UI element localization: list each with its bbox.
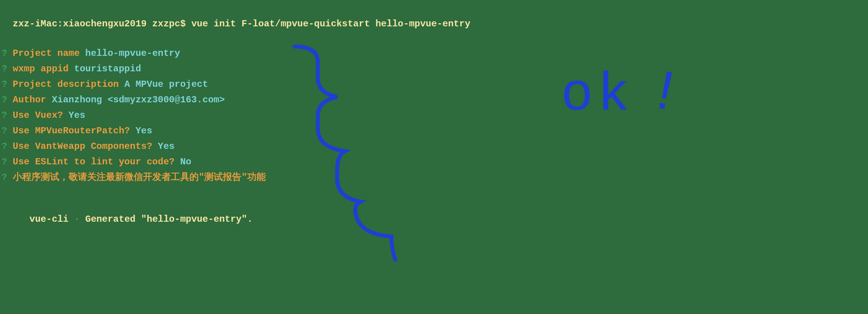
qa-line: ? Use Vuex? Yes: [2, 109, 866, 122]
annotation-ok-text: ok!: [562, 50, 681, 132]
answer-value: Xianzhong <sdmyzxz3000@163.com>: [52, 95, 225, 105]
question-mark: ?: [2, 110, 13, 121]
shell-prompt: zxz-iMac:xiaochengxu2019 zxzpc$: [13, 19, 191, 29]
qa-line: ? Author Xianzhong <sdmyzxz3000@163.com>: [2, 93, 866, 107]
answer-value: Yes: [158, 141, 174, 152]
question-label: Project name: [13, 48, 80, 59]
question-mark: ?: [2, 95, 13, 105]
qa-line: ? Project name hello-mpvue-entry: [2, 47, 866, 60]
footer-prefix: vue-cli: [13, 214, 69, 224]
question-label: Project description: [13, 79, 119, 90]
ok-word: ok: [562, 60, 635, 121]
qa-line: ? Use VantWeapp Components? Yes: [2, 140, 866, 154]
answer-value: Yes: [136, 126, 152, 136]
footer-bullet: ·: [69, 214, 85, 224]
question-mark: ?: [2, 141, 13, 152]
question-label: wxmp appid: [13, 64, 69, 74]
qa-line: ? Use ESLint to lint your code? No: [2, 155, 866, 169]
answer-value: No: [180, 157, 191, 167]
question-mark: ?: [2, 126, 13, 136]
question-label: Use VantWeapp Components?: [13, 141, 152, 152]
command-text: vue init F-loat/mpvue-quickstart hello-m…: [191, 19, 470, 29]
qa-line: ? wxmp appid touristappid: [2, 62, 866, 76]
question-label: 小程序测试，敬请关注最新微信开发者工具的"测试报告"功能: [13, 172, 266, 183]
answer-value: A MPVue project: [124, 79, 208, 90]
qa-line: ? Use MPVueRouterPatch? Yes: [2, 124, 866, 138]
question-label: Use Vuex?: [13, 110, 63, 121]
footer-line: vue-cli · Generated "hello-mpvue-entry".: [2, 198, 866, 226]
question-mark: ?: [2, 157, 13, 167]
blank-line: [2, 31, 866, 45]
question-label: Use ESLint to lint your code?: [13, 157, 175, 167]
qa-line: ? 小程序测试，敬请关注最新微信开发者工具的"测试报告"功能: [2, 171, 866, 185]
question-label: Use MPVueRouterPatch?: [13, 126, 130, 136]
question-label: Author: [13, 95, 46, 105]
question-mark: ?: [2, 48, 13, 59]
qa-line: ? Project description A MPVue project: [2, 78, 866, 91]
answer-value: touristappid: [74, 64, 141, 74]
question-mark: ?: [2, 172, 13, 183]
question-mark: ?: [2, 64, 13, 74]
footer-message: Generated "hello-mpvue-entry".: [85, 214, 253, 224]
questions-list: ? Project name hello-mpvue-entry? wxmp a…: [2, 47, 866, 185]
question-mark: ?: [2, 79, 13, 90]
answer-value: hello-mpvue-entry: [85, 48, 180, 59]
terminal-prompt-line: zxz-iMac:xiaochengxu2019 zxzpc$ vue init…: [2, 3, 866, 31]
answer-value: Yes: [69, 110, 85, 121]
